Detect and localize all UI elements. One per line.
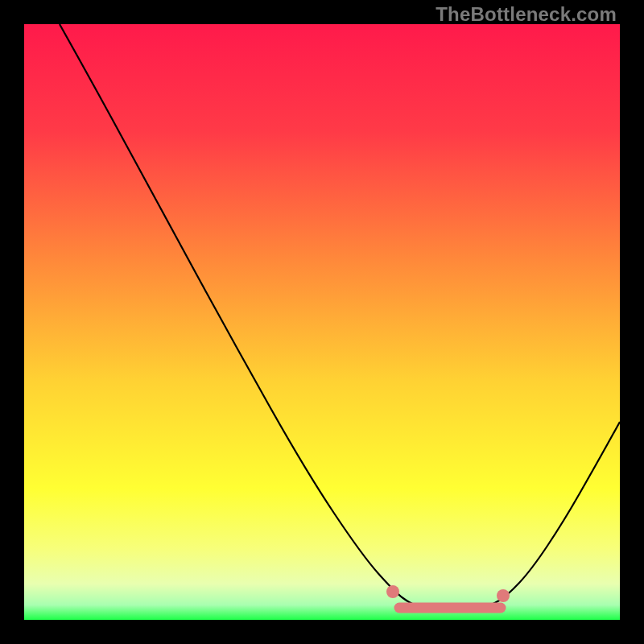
chart-frame — [24, 24, 620, 620]
svg-point-1 — [386, 585, 399, 598]
bottleneck-chart — [24, 24, 620, 620]
watermark-text: TheBottleneck.com — [436, 3, 617, 26]
svg-point-2 — [497, 589, 510, 602]
gradient-background — [24, 24, 620, 620]
